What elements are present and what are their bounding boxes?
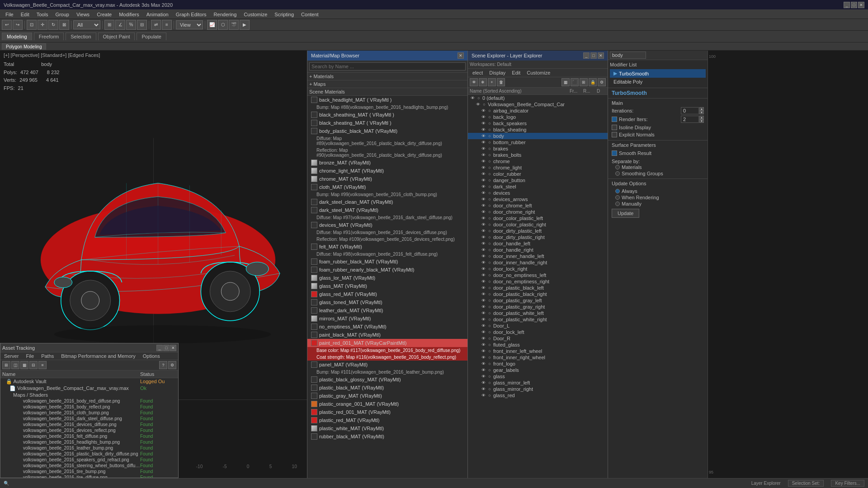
se-item[interactable]: 👁 ○ door_chrome_right (468, 209, 608, 215)
at-file-item[interactable]: volkswagen_beetle_2016_headlights_bump.p… (0, 439, 178, 445)
mat-sub-item[interactable]: Diffuse: Map #89(volkswagen_beetle_2016_… (307, 135, 467, 147)
se-eye-icon[interactable]: 👁 (481, 152, 486, 158)
se-eye-icon[interactable]: 👁 (481, 228, 486, 234)
mat-item[interactable]: plastic_white_MAT (VRayMtl) (307, 424, 467, 432)
se-item[interactable]: 👁 ○ back_speakers (468, 120, 608, 127)
mat-item[interactable]: black_sheathing_MAT ( VRayMtl ) (307, 111, 467, 119)
mat-item[interactable]: panel_MAT (VRayMtl) (307, 361, 467, 369)
at-maps-row[interactable]: Maps / Shaders (0, 392, 178, 398)
body-name-input[interactable] (610, 52, 646, 59)
tab-freeform[interactable]: Freeform (34, 33, 64, 40)
menu-customize[interactable]: Customize (240, 10, 271, 19)
se-eye-icon[interactable]: 👁 (481, 374, 486, 379)
se-eye-icon[interactable]: 👁 (481, 380, 486, 385)
mat-sub-item[interactable]: Reflection: Map #90(volkswagen_beetle_20… (307, 147, 467, 159)
tab-populate[interactable]: Populate (137, 33, 166, 40)
bottom-key-filters[interactable]: Key Filters... (831, 480, 864, 487)
ts-render-spinner[interactable]: ▲ ▼ (699, 116, 704, 123)
se-eye-icon[interactable]: 👁 (481, 216, 486, 221)
ts-iter-spinner[interactable]: ▲ ▼ (699, 107, 704, 114)
se-item[interactable]: 👁 ○ devices_arrows (468, 196, 608, 202)
mat-sub-item[interactable]: Bump: Map #99(volkswagen_beetle_2016_clo… (307, 191, 467, 198)
se-item[interactable]: 👁 ○ door_plastic_gray_left (468, 297, 608, 304)
undo-button[interactable]: ↩ (2, 20, 12, 30)
mat-item[interactable]: glass_toned_MAT (VRayMtl) (307, 298, 467, 306)
mat-item[interactable]: mirrors_MAT (VRayMtl) (307, 314, 467, 323)
at-file-item[interactable]: volkswagen_beetle_2016_body_reflect.pngF… (0, 404, 178, 410)
at-vault-row[interactable]: 🔒 Autodesk Vault Logged Ou (0, 378, 178, 385)
se-item[interactable]: 👁 ○ door_handle_right (468, 247, 608, 253)
se-add-btn[interactable]: + (488, 78, 496, 86)
at-file-item[interactable]: volkswagen_beetle_2016_cloth_bump.pngFou… (0, 410, 178, 416)
menu-tools[interactable]: Tools (33, 10, 52, 19)
se-eye-icon[interactable]: 👁 (481, 386, 486, 392)
move-button[interactable]: ✛ (38, 20, 47, 30)
se-item[interactable]: 👁 ○ door_inner_handle_right (468, 259, 608, 266)
curve-editor[interactable]: 📈 (207, 20, 217, 30)
se-eye-icon[interactable]: 👁 (481, 317, 486, 322)
tab-polygon-modeling[interactable]: Polygon Modeling (2, 43, 46, 50)
mat-browser-close-btn[interactable]: ✕ (458, 52, 464, 59)
se-item[interactable]: 👁 ○ Volkswagen_Beetle_Compact_Car (468, 101, 608, 108)
at-file-item[interactable]: volkswagen_beetle_2016_speakers_grid_ref… (0, 457, 178, 463)
se-eye-icon[interactable]: 👁 (481, 342, 486, 347)
modifier-turbosmooth[interactable]: ▶ TurboSmooth (610, 69, 706, 78)
scale-button[interactable]: ⊠ (59, 20, 69, 30)
maximize-button[interactable]: □ (851, 2, 857, 8)
se-eye-icon[interactable]: 👁 (481, 310, 486, 316)
se-eye-icon[interactable]: 👁 (481, 140, 486, 145)
angle-snap[interactable]: ∠ (115, 20, 125, 30)
se-eye-icon[interactable]: 👁 (481, 209, 486, 215)
ts-render-iters-check[interactable] (612, 117, 617, 122)
at-file-item[interactable]: volkswagen_beetle_2016_tire_diffuse.pngF… (0, 474, 178, 478)
sp-materials-radio[interactable] (615, 165, 620, 169)
uo-manually-radio[interactable] (615, 202, 620, 206)
se-item[interactable]: 👁 ○ door_plastic_white_right (468, 316, 608, 323)
se-eye-icon[interactable]: 👁 (481, 323, 486, 328)
se-item[interactable]: 👁 ○ door_color_plastic_left (468, 215, 608, 221)
se-eye-icon[interactable]: 👁 (481, 159, 486, 164)
se-eye-icon[interactable]: 👁 (481, 178, 486, 183)
mat-section-maps[interactable]: + Maps (307, 80, 467, 88)
se-item[interactable]: 👁 ○ door_plastic_white_left (468, 310, 608, 316)
at-file-item[interactable]: volkswagen_beetle_2016_plastic_black_dir… (0, 451, 178, 457)
se-item[interactable]: 👁 ○ chrome_light (468, 164, 608, 171)
se-item[interactable]: 👁 ○ color_rubber (468, 171, 608, 177)
se-col-btn-4[interactable]: 🔒 (589, 78, 597, 86)
at-file-row[interactable]: 📄 Volkswagen_Beetle_Compact_Car_max_vray… (0, 385, 178, 392)
mat-item[interactable]: no_emptiness_MAT (VRayMtl) (307, 323, 467, 331)
se-item[interactable]: 👁 ○ front_inner_right_wheel (468, 354, 608, 361)
se-item[interactable]: 👁 ○ door_inner_handle_left (468, 253, 608, 259)
se-item[interactable]: 👁 ○ brakes (468, 145, 608, 152)
se-menu-select[interactable]: elect (470, 70, 486, 76)
se-eye-icon[interactable]: 👁 (481, 361, 486, 366)
at-help-btn[interactable]: ? (159, 361, 167, 369)
mat-item[interactable]: plastic_black_MAT (VRayMtl) (307, 384, 467, 392)
tab-selection[interactable]: Selection (66, 33, 96, 40)
at-menu-paths[interactable]: Paths (38, 352, 57, 360)
se-item[interactable]: 👁 ○ bottom_rubber (468, 139, 608, 145)
mat-item[interactable]: plastic_red_MAT (VRayMtl) (307, 416, 467, 424)
at-menu-server[interactable]: Server (0, 352, 22, 360)
se-item[interactable]: 👁 ○ Door_L (468, 323, 608, 329)
menu-file[interactable]: File (2, 10, 17, 19)
se-item[interactable]: 👁 ○ door_dirty_plastic_right (468, 234, 608, 240)
ts-render-down[interactable]: ▼ (699, 119, 704, 123)
se-item[interactable]: 👁 ○ danger_button (468, 177, 608, 183)
mat-item[interactable]: paint_black_MAT (VRayMtl) (307, 331, 467, 339)
mat-sub-item[interactable]: Diffuse: Map #98(volkswagen_beetle_2016_… (307, 251, 467, 258)
mat-section-materials[interactable]: + Materials (307, 73, 467, 80)
ts-iterations-input[interactable] (681, 107, 699, 114)
mat-sub-item-selected[interactable]: Base color: Map #117(volkswagen_beetle_2… (307, 347, 467, 354)
at-menu-bitmap[interactable]: Bitmap Performance and Memory (57, 352, 139, 360)
render-setup[interactable]: 🎬 (229, 20, 239, 30)
menu-content[interactable]: Content (297, 10, 322, 19)
spinner-snap[interactable]: ⊟ (137, 20, 147, 30)
se-eye-icon[interactable]: 👁 (481, 367, 486, 373)
se-item[interactable]: 👁 ○ fluted_glass (468, 342, 608, 348)
modifier-editable-poly[interactable]: Editable Poly (610, 78, 706, 86)
menu-modifiers[interactable]: Modifiers (115, 10, 143, 19)
tab-modeling[interactable]: Modeling (2, 33, 32, 40)
mat-item[interactable]: paint_red_001_MAT (VRayCarPaintMtl) (307, 339, 467, 347)
se-eye-icon[interactable]: 👁 (475, 102, 481, 107)
